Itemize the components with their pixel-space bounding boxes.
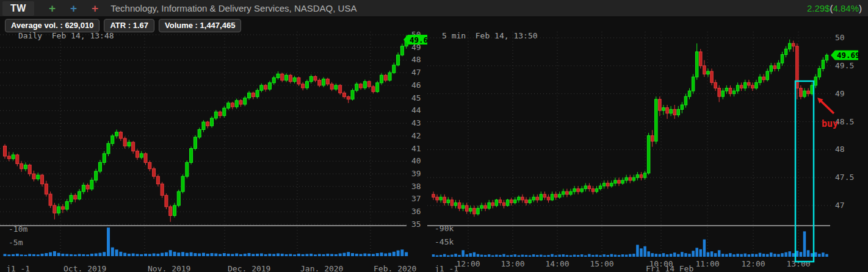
svg-text:15:00: 15:00 [590,259,613,268]
add-green-plus-icon[interactable]: + [49,3,56,14]
svg-text:-90k: -90k [435,224,454,233]
svg-text:-5m: -5m [9,238,23,247]
five-minute-chart[interactable]: 5049.54948.54847.547-90k-45k12:0013:0014… [427,17,868,272]
grid-layer [0,32,408,255]
svg-text:50: 50 [835,33,845,42]
svg-text:12:00: 12:00 [741,259,765,268]
grid-layer [427,32,831,255]
last-price-tag: 49.69 [831,50,860,60]
svg-text:41: 41 [411,144,421,153]
svg-text:Fri 14 Feb: Fri 14 Feb [646,264,693,272]
svg-text:49.5: 49.5 [835,61,854,70]
candles-layer [432,40,828,217]
svg-text:39: 39 [411,169,421,178]
average-volume-badge: Average vol. : 629,010 [5,19,99,32]
svg-text:11:00: 11:00 [695,259,719,268]
svg-text:-10m: -10m [9,224,27,234]
svg-text:47.5: 47.5 [835,173,854,182]
svg-text:49.61: 49.61 [410,35,427,45]
svg-text:Jan. 2020: Jan. 2020 [300,264,343,272]
ticker-symbol[interactable]: TW [2,1,34,16]
svg-text:Dec. 2019: Dec. 2019 [228,264,270,272]
svg-text:Oct. 2019: Oct. 2019 [63,264,106,272]
time-axis: Oct. 2019Nov. 2019Dec. 2019Jan. 2020Feb.… [6,264,416,272]
price-axis: 50494847464544434241403938373635-10m-5m [9,30,421,247]
svg-text:42: 42 [411,131,421,140]
svg-text:49: 49 [835,89,845,98]
last-price-tag: 49.61 [403,35,427,45]
buy-arrow [820,101,834,113]
atr-badge: ATR : 1.67 [104,19,154,32]
svg-text:Feb. 2020: Feb. 2020 [374,264,416,272]
header-bar: TW + + + Technology, Information & Deliv… [0,0,868,17]
instrument-title: Technology, Information & Delivery Servi… [110,3,356,13]
svg-text:38: 38 [411,182,421,191]
price-axis: 5049.54948.54847.547-90k-45k [435,33,854,246]
volume-badge: Volume : 1,447,465 [159,19,241,32]
chart-corner-label: 5 min Feb 14, 13:50 [442,31,538,40]
svg-text:13:00: 13:00 [786,259,810,268]
svg-text:43: 43 [411,118,421,127]
svg-text:37: 37 [411,194,421,203]
svg-text:12:00: 12:00 [456,259,480,268]
svg-text:40: 40 [411,156,421,165]
svg-text:35: 35 [411,220,421,229]
price-change: 2.29$(4.84%) [807,3,862,13]
change-amount: 2.29$ [807,3,830,13]
svg-text:44: 44 [411,106,421,115]
daily-chart[interactable]: 50494847464544434241403938373635-10m-5mO… [0,17,427,272]
svg-text:47: 47 [411,68,421,77]
svg-text:46: 46 [411,81,421,90]
svg-text:13:00: 13:00 [501,259,524,268]
add-red-plus-icon[interactable]: + [92,3,98,14]
svg-text:49.69: 49.69 [837,51,860,60]
volume-bars-layer [432,231,828,257]
buy-label: buy [822,118,838,129]
annotations-layer: buy [795,81,838,262]
svg-text:j1 -1: j1 -1 [435,264,458,272]
svg-text:Nov. 2019: Nov. 2019 [148,264,190,272]
chart-corner-label: Daily Feb 14, 13:48 [18,31,114,40]
time-axis: 12:0013:0014:0015:0010:0011:0012:0013:00… [435,259,811,272]
svg-text:47: 47 [835,201,845,210]
svg-text:-45k: -45k [435,237,454,246]
svg-text:45: 45 [411,93,421,102]
svg-text:14:00: 14:00 [545,259,569,268]
stats-bar: Average vol. : 629,010 ATR : 1.67 Volume… [5,19,241,32]
svg-text:48: 48 [835,145,845,154]
svg-text:j1 -1: j1 -1 [6,264,30,272]
volume-bars-layer [4,227,408,256]
svg-text:48: 48 [411,55,421,64]
svg-text:36: 36 [411,207,421,216]
change-percent: 4.84% [833,3,859,13]
add-blue-plus-icon[interactable]: + [70,3,77,14]
candles-layer [4,35,408,222]
